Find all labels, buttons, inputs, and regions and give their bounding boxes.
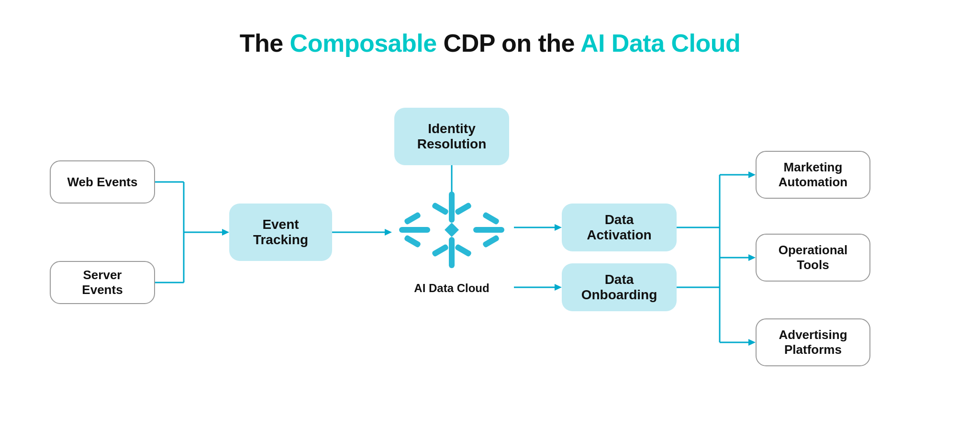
svg-rect-29 [431,244,449,257]
data-onboarding-box: Data Onboarding [562,263,677,311]
ai-data-cloud-label: AI Data Cloud [414,282,489,295]
svg-rect-25 [449,192,455,223]
svg-rect-31 [399,227,430,233]
title-part1: The [240,29,290,57]
snowflake-icon [390,182,514,283]
svg-rect-36 [482,235,500,248]
title-part2: CDP on the [437,29,580,57]
svg-marker-10 [555,224,562,231]
web-events-box: Web Events [50,160,155,204]
title-highlight2: AI Data Cloud [580,29,740,57]
data-activation-box: Data Activation [562,204,677,251]
advertising-platforms-box: Advertising Platforms [756,318,870,366]
svg-rect-33 [403,235,421,248]
server-events-box: Server Events [50,261,155,304]
identity-resolution-box: Identity Resolution [394,108,509,165]
svg-rect-30 [454,244,472,257]
svg-marker-4 [222,229,229,236]
svg-rect-35 [482,212,500,225]
marketing-automation-box: Marketing Automation [756,151,870,199]
diagram-container: Web Events Server Events Event Tracking … [35,81,945,407]
svg-marker-23 [748,339,756,346]
svg-rect-32 [403,212,421,225]
title-highlight1: Composable [290,29,437,57]
page-title: The Composable CDP on the AI Data Cloud [240,29,741,57]
svg-marker-20 [748,254,756,261]
svg-rect-28 [449,237,455,268]
operational-tools-box: Operational Tools [756,234,870,282]
ai-data-cloud-node: AI Data Cloud [390,182,514,295]
svg-rect-27 [454,202,472,215]
svg-rect-26 [431,202,449,215]
svg-marker-18 [748,171,756,178]
svg-marker-12 [555,284,562,291]
event-tracking-box: Event Tracking [229,204,332,261]
svg-rect-34 [473,227,504,233]
svg-marker-24 [445,223,459,237]
